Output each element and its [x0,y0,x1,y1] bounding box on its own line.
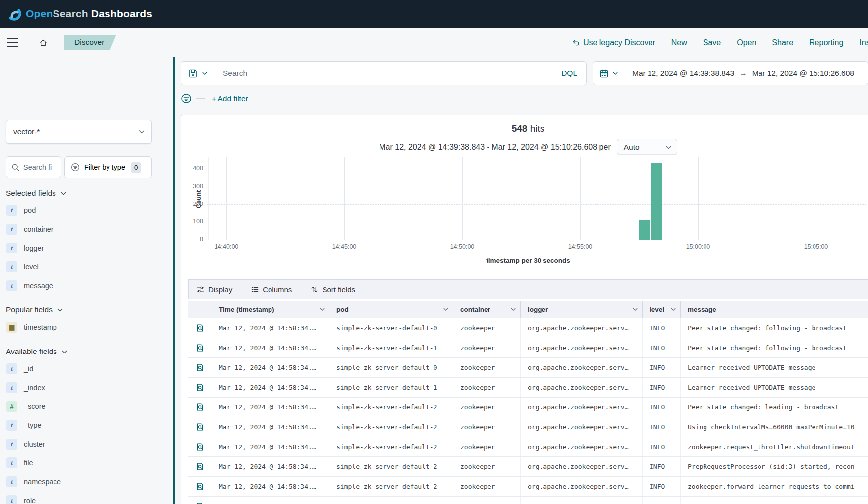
cell-message: Learner received UPTODATE message [680,358,868,377]
calendar-icon [599,69,609,78]
cell-logger: org.apache.zookeeper.serv… [520,338,642,357]
cell-container: zookeeper [453,338,520,357]
use-legacy-discover-link[interactable]: Use legacy Discover [572,38,655,47]
expand-document-button[interactable] [196,482,204,491]
table-row: Mar 12, 2024 @ 14:58:34.… simple-zk-serv… [188,457,868,477]
field-search-input[interactable] [23,163,58,171]
field-item[interactable]: t _id [6,359,152,378]
range-arrow-icon: → [739,69,747,78]
interval-select[interactable]: Auto [617,139,677,155]
date-range-start[interactable]: Mar 12, 2024 @ 14:39:38.843 [632,69,734,78]
add-filter-button[interactable]: + Add filter [212,94,248,103]
header-container[interactable]: container [453,301,520,318]
header-time[interactable]: Time (timestamp) [212,301,329,318]
chevron-down-icon[interactable] [443,306,449,312]
columns-button[interactable]: Columns [251,285,292,294]
reporting-link[interactable]: Reporting [809,38,843,47]
header-logger[interactable]: logger [520,301,642,318]
nav-links: Use legacy Discover New Save Open Share … [572,38,868,47]
field-item[interactable]: ▦ timestamp [6,318,152,337]
index-pattern-select[interactable]: vector-* [6,120,152,144]
field-item[interactable]: t message [6,276,152,295]
expand-document-button[interactable] [196,423,204,431]
cell-message: PrepRequestProcessor (sid:3) started, re… [680,457,868,476]
query-language-button[interactable]: DQL [552,62,586,85]
cell-container: zookeeper [453,398,520,417]
menu-button[interactable] [7,28,31,57]
sort-fields-button[interactable]: Sort fields [311,285,355,294]
share-link[interactable]: Share [772,38,793,47]
date-quick-select-button[interactable] [593,62,625,85]
columns-label: Columns [263,285,292,294]
histogram-bar[interactable] [639,220,650,240]
expand-document-button[interactable] [196,443,204,451]
field-name: _type [24,421,41,429]
field-item[interactable]: t container [6,220,152,239]
x-tick-label: 14:50:00 [442,243,482,250]
field-item[interactable]: t _type [6,416,152,435]
expand-document-button[interactable] [196,383,204,392]
expand-document-button[interactable] [196,363,204,372]
x-tick-label: 15:05:00 [796,243,836,250]
field-type-badge: t [6,261,17,272]
expand-document-button[interactable] [196,344,204,352]
chevron-down-icon[interactable] [510,306,516,312]
filter-by-type-button[interactable]: Filter by type 0 [64,156,152,178]
interval-value: Auto [624,143,640,151]
field-item[interactable]: t logger [6,239,152,257]
saved-query-button[interactable] [181,62,215,85]
header-level[interactable]: level [642,301,680,318]
field-item[interactable]: t file [6,454,152,472]
field-item[interactable]: t cluster [6,435,152,454]
field-name: file [24,459,33,467]
field-name: _score [24,403,46,410]
field-type-badge: # [6,401,17,412]
histogram-bar[interactable] [651,163,662,240]
chevron-down-icon[interactable] [670,306,676,312]
field-item[interactable]: t pod [6,201,152,220]
date-range-end[interactable]: Mar 12, 2024 @ 15:10:26.608 [752,69,854,78]
expand-document-button[interactable] [196,502,204,504]
filter-set-icon[interactable] [181,93,192,104]
cell-container: zookeeper [453,318,520,338]
display-button[interactable]: Display [197,285,232,294]
cell-level: INFO [642,318,680,338]
field-item[interactable]: t level [6,257,152,276]
table-row: Mar 12, 2024 @ 14:58:34.… simple-zk-serv… [188,437,868,457]
opensearch-logo-icon [7,7,21,21]
field-item[interactable]: # _score [6,397,152,416]
display-options-icon [197,286,204,293]
field-item[interactable]: t role [6,491,152,504]
v-gridline [580,157,581,240]
cell-level: INFO [642,477,680,496]
section-popular-fields[interactable]: Popular fields [6,303,152,316]
cell-level: INFO [642,497,680,504]
chevron-down-icon[interactable] [319,306,325,312]
save-link[interactable]: Save [703,38,721,47]
search-icon [11,163,20,172]
expand-document-button[interactable] [196,403,204,411]
section-selected-fields[interactable]: Selected fields [6,187,152,200]
chevron-down-icon[interactable] [632,306,638,312]
home-icon [39,37,47,48]
cell-pod: simple-zk-server-default-2 [329,398,453,417]
new-link[interactable]: New [671,38,687,47]
header-message[interactable]: message [680,301,868,318]
breadcrumb-discover[interactable]: Discover [64,35,116,50]
open-link[interactable]: Open [737,38,756,47]
field-item[interactable]: t namespace [6,472,152,491]
documents-table: Time (timestamp) pod container [188,301,868,504]
expand-document-button[interactable] [196,462,204,471]
chevron-down-icon [57,307,63,313]
expand-document-button[interactable] [196,324,204,332]
table-row: Mar 12, 2024 @ 14:58:34.… simple-zk-serv… [188,318,868,338]
cell-time: Mar 12, 2024 @ 14:58:34.… [212,398,329,417]
chevron-down-icon [612,70,618,76]
home-button[interactable] [31,28,55,57]
header-pod[interactable]: pod [329,301,453,318]
field-item[interactable]: t _index [6,378,152,397]
inspect-link[interactable]: Inspect [859,38,868,47]
section-available-fields[interactable]: Available fields [6,345,152,358]
inspect-document-icon [196,502,204,504]
search-input[interactable] [215,69,552,78]
